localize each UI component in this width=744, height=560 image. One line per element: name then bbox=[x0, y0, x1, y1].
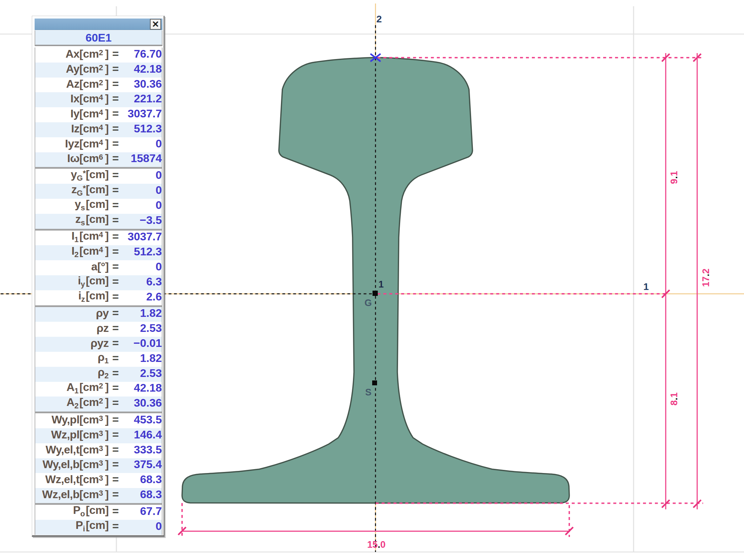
svg-text:1: 1 bbox=[378, 279, 384, 290]
svg-text:S: S bbox=[365, 387, 371, 398]
svg-text:1: 1 bbox=[643, 281, 649, 292]
svg-text:2: 2 bbox=[376, 14, 382, 24]
svg-text:8.1: 8.1 bbox=[669, 392, 679, 406]
svg-text:G: G bbox=[364, 298, 372, 308]
svg-text:17.2: 17.2 bbox=[701, 269, 711, 287]
svg-text:9.1: 9.1 bbox=[669, 171, 679, 184]
svg-text:15.0: 15.0 bbox=[367, 539, 386, 550]
